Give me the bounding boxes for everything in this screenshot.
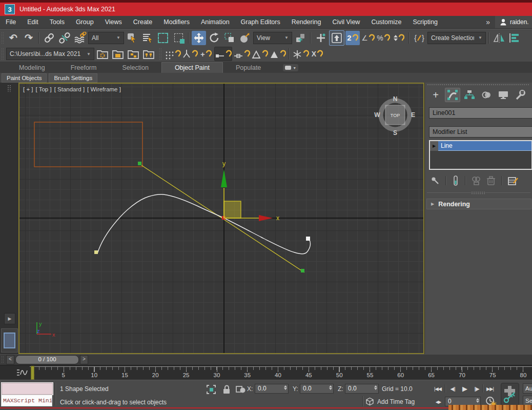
coord-z-field[interactable]: 0.0 xyxy=(345,384,379,394)
set-project-folder-icon[interactable] xyxy=(95,47,110,61)
spinner-arrows[interactable] xyxy=(329,385,332,390)
named-selection-set-dropdown[interactable]: Create Selection Se▼ xyxy=(427,32,486,44)
remove-modifier-button[interactable] xyxy=(486,175,496,186)
play-button[interactable]: ▶ xyxy=(459,383,470,394)
menu-item[interactable]: Rendering xyxy=(286,16,327,28)
folder-hierarchy-icon[interactable] xyxy=(126,47,140,61)
select-and-scale-button[interactable] xyxy=(222,31,237,45)
menu-item[interactable]: Tools xyxy=(44,16,70,28)
snaps-toggle-2d-button[interactable]: 2 xyxy=(345,31,360,45)
tab-utilities[interactable] xyxy=(513,88,528,102)
window-crossing-toggle[interactable] xyxy=(171,31,186,45)
compass-east[interactable]: E xyxy=(411,111,415,119)
use-pivot-point-center-button[interactable] xyxy=(293,31,308,45)
tab-hierarchy[interactable] xyxy=(462,88,477,102)
snap-frozen-toggle[interactable] xyxy=(292,47,309,61)
snap-midpoint-toggle[interactable] xyxy=(233,47,250,61)
current-frame-marker[interactable] xyxy=(31,366,34,380)
menu-item[interactable]: Scripting xyxy=(407,16,443,28)
ribbon-tab-populate[interactable]: Populate xyxy=(223,63,274,73)
mirror-button[interactable] xyxy=(492,31,506,45)
select-and-move-button[interactable] xyxy=(192,31,206,45)
viewport-canvas[interactable]: y x y x z TOP N S W E xyxy=(19,84,423,353)
rollout-splitter[interactable] xyxy=(427,192,530,196)
coord-y-field[interactable]: 0.0 xyxy=(300,384,334,394)
stack-item-line[interactable]: Line xyxy=(438,141,531,151)
reference-coordinate-system-dropdown[interactable]: View▼ xyxy=(253,32,292,44)
snap-grid-points-toggle[interactable] xyxy=(165,47,181,61)
menu-item[interactable]: Civil View xyxy=(326,16,365,28)
ribbon-tab-selection[interactable]: Selection xyxy=(109,63,161,73)
percent-snap-toggle[interactable]: % xyxy=(376,31,391,45)
spinner-arrows[interactable] xyxy=(476,398,479,403)
go-to-end-button[interactable]: ▶▶| xyxy=(484,383,496,394)
ribbon-tab-modeling[interactable]: Modeling xyxy=(6,63,58,73)
bind-to-space-warp-icon[interactable] xyxy=(73,31,87,45)
toolbar-grip[interactable] xyxy=(159,48,162,60)
brush-settings-panel-button[interactable]: Brush Settings xyxy=(49,73,97,83)
menu-item[interactable]: Views xyxy=(99,16,128,28)
selection-lock-toggle[interactable] xyxy=(221,384,232,397)
absolute-offset-mode-toggle[interactable] xyxy=(235,384,247,397)
angle-snap-toggle[interactable]: ∠ xyxy=(361,31,375,45)
previous-frame-button[interactable]: ◀|| xyxy=(447,383,458,394)
pin-stack-button[interactable] xyxy=(430,175,440,186)
select-and-link-icon[interactable] xyxy=(42,31,56,45)
snap-point-toggle[interactable]: + xyxy=(199,47,213,61)
ribbon-tab-freeform[interactable]: Freeform xyxy=(58,63,110,73)
menu-item[interactable]: Modifiers xyxy=(158,16,195,28)
viewport-general-menu[interactable]: [ + ] xyxy=(23,86,33,92)
maxscript-mini-listener-white[interactable]: MAXScript Mini xyxy=(1,395,52,406)
ribbon-tab-object-paint[interactable]: Object Paint xyxy=(161,62,223,73)
viewport-shading-menu[interactable]: [ Wireframe ] xyxy=(87,86,121,92)
isolate-selection-toggle[interactable] xyxy=(206,384,217,397)
signin-user-button[interactable]: raiden. xyxy=(495,16,532,28)
rectangle-shape[interactable] xyxy=(34,122,142,167)
go-to-start-button[interactable]: |◀◀ xyxy=(432,383,444,394)
open-folder-icon[interactable] xyxy=(111,47,125,61)
snap-endpoint-toggle[interactable] xyxy=(214,47,232,61)
tab-display[interactable] xyxy=(496,88,511,102)
vertex-handle[interactable] xyxy=(301,269,304,272)
line001-spline[interactable] xyxy=(97,194,310,254)
align-button[interactable] xyxy=(507,31,522,45)
modifier-list-dropdown[interactable]: Modifier List xyxy=(429,126,532,138)
project-folder-dropdown[interactable]: C:\Users\bi...ds Max 2021▼ xyxy=(6,48,94,60)
menu-item[interactable]: Create xyxy=(128,16,158,28)
next-frame-button[interactable]: ||▶ xyxy=(471,383,482,394)
select-and-manipulate-button[interactable] xyxy=(314,31,328,45)
spinner-snap-toggle[interactable] xyxy=(392,31,406,45)
gizmo-y-arrow[interactable] xyxy=(221,169,227,187)
menu-item[interactable]: Graph Editors xyxy=(235,16,286,28)
add-time-tag[interactable]: Add Time Tag xyxy=(377,398,415,405)
selection-filter-dropdown[interactable]: All▼ xyxy=(88,32,124,44)
compass-south[interactable]: S xyxy=(393,129,397,136)
viewcube-compass[interactable]: TOP N S W E xyxy=(374,95,415,136)
toolbar-grip[interactable] xyxy=(1,48,4,60)
viewport-pov-menu[interactable]: [ Top ] xyxy=(36,86,52,92)
keyboard-shortcut-override-toggle[interactable] xyxy=(329,30,344,46)
redo-button[interactable]: ↷ xyxy=(22,31,36,45)
tab-modify[interactable] xyxy=(445,88,460,102)
title-bar[interactable]: 3 Untitled - Autodesk 3ds Max 2021 xyxy=(0,3,532,16)
set-key-mode-button[interactable]: Se xyxy=(523,396,532,406)
snap-axis-constraint-toggle[interactable]: X xyxy=(310,47,324,61)
key-mode-toggle[interactable]: ◀▶ xyxy=(433,397,443,407)
time-slider[interactable]: 0 / 100 xyxy=(15,355,79,364)
select-object-button[interactable] xyxy=(125,31,139,45)
toolbar-grip[interactable] xyxy=(1,32,4,44)
folder-nodes-icon[interactable] xyxy=(141,47,156,61)
modifier-stack-row[interactable]: ▶ Line xyxy=(430,141,531,151)
spinner-arrows[interactable] xyxy=(284,385,287,390)
object-name-field[interactable]: Line001 xyxy=(429,107,532,119)
menu-overflow-button[interactable]: » xyxy=(481,18,495,26)
gizmo-x-arrow[interactable] xyxy=(259,215,273,221)
snap-edge-toggle[interactable] xyxy=(251,47,268,61)
track-bar[interactable]: 05101520253035404550556065707580 xyxy=(0,365,532,380)
spinner-arrows[interactable] xyxy=(374,385,377,390)
viewport-layout-tab[interactable] xyxy=(1,328,18,353)
panel-grip[interactable] xyxy=(427,84,529,86)
select-and-place-button[interactable] xyxy=(238,31,252,45)
menu-item[interactable]: Customize xyxy=(365,16,407,28)
open-mini-curve-editor-button[interactable] xyxy=(15,367,29,378)
